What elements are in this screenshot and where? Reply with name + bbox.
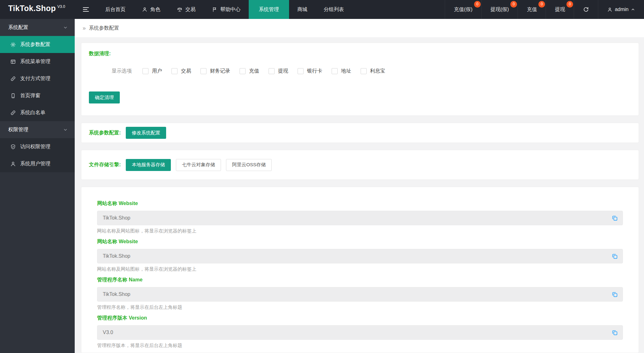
top-navbar: TikTok.Shop V3.0 后台首页 角色 交易 帮助中心 <box>0 0 644 19</box>
storage-qiniu-button[interactable]: 七牛云对象存储 <box>176 159 221 171</box>
breadcrumb-symbol: » <box>83 25 86 32</box>
website-name-field-2: 网站名称 Website 网站名称及网站图标，将显示在浏览器的标签上 <box>97 238 623 272</box>
website-name-input-1 <box>97 211 623 225</box>
admin-name-input <box>97 287 623 302</box>
nav-item-transactions[interactable]: 交易 <box>169 0 204 19</box>
storage-local-button[interactable]: 本地服务器存储 <box>126 159 171 171</box>
field-label: 网站名称 Website <box>97 238 623 245</box>
field-label: 网站名称 Website <box>97 200 623 207</box>
sidebar-section-system-config[interactable]: 系统配置 <box>0 19 75 36</box>
copy-icon[interactable] <box>611 253 618 260</box>
checkbox-trades[interactable] <box>171 68 177 74</box>
chevron-up-icon <box>631 7 635 12</box>
app-version: V3.0 <box>57 4 65 9</box>
checkbox-withdraw[interactable] <box>269 68 275 74</box>
app-title: TikTok.Shop <box>8 4 56 13</box>
settings-form-card: 网站名称 Website 网站名称及网站图标，将显示在浏览器的标签上 网站名称 … <box>81 187 639 353</box>
withdraw-fake-badge: 0 <box>510 1 517 8</box>
page-title: 系统参数配置 <box>89 25 119 32</box>
scales-icon <box>177 7 183 12</box>
user-icon <box>607 7 612 12</box>
recharge-fake-badge: 0 <box>474 1 481 8</box>
data-clean-title: 数据清理: <box>89 51 111 56</box>
person-icon <box>142 7 148 12</box>
breadcrumb: » 系统参数配置 <box>75 19 644 37</box>
copy-icon[interactable] <box>611 329 618 336</box>
mobile-icon <box>10 93 16 99</box>
modify-system-config-button[interactable]: 修改系统配置 <box>126 127 166 139</box>
nav-item-group-list[interactable]: 分组列表 <box>316 0 352 19</box>
sidebar-item-whitelist[interactable]: 系统白名单 <box>0 104 75 121</box>
nav-item-roles[interactable]: 角色 <box>134 0 169 19</box>
window-icon <box>10 59 16 65</box>
link-icon <box>10 110 16 116</box>
field-help: 管理程序名称，将显示在后台左上角标题 <box>97 304 623 310</box>
sidebar-item-system-menu[interactable]: 系统菜单管理 <box>0 53 75 70</box>
field-help: 管理程序版本，将显示在后台左上角标题 <box>97 343 623 349</box>
nav-item-help-center[interactable]: 帮助中心 <box>204 0 249 19</box>
sidebar-item-system-users[interactable]: 系统用户管理 <box>0 155 75 172</box>
navbar-right: 充值(假) 0 提现(假) 0 充值 0 提现 0 <box>445 0 644 19</box>
checkbox-interest[interactable] <box>361 68 367 74</box>
username: admin <box>615 7 629 12</box>
field-help: 网站名称及网站图标，将显示在浏览器的标签上 <box>97 228 623 234</box>
user-menu[interactable]: admin <box>598 0 644 19</box>
confirm-clean-button[interactable]: 确定清理 <box>89 91 120 103</box>
hamburger-icon <box>83 7 89 12</box>
admin-name-field: 管理程序名称 Name 管理程序名称，将显示在后台左上角标题 <box>97 277 623 310</box>
refresh-button[interactable] <box>574 0 598 19</box>
version-input <box>97 325 623 340</box>
link-icon <box>10 76 16 82</box>
copy-icon[interactable] <box>611 215 618 221</box>
sidebar: 系统配置 系统参数配置 系统菜单管理 <box>0 19 75 353</box>
flag-icon <box>212 7 218 12</box>
chevron-down-icon <box>63 25 68 30</box>
nav-item-dashboard[interactable]: 后台首页 <box>97 0 134 19</box>
field-help: 网站名称及网站图标，将显示在浏览器的标签上 <box>97 266 623 272</box>
app-logo: TikTok.Shop V3.0 <box>0 0 75 19</box>
recharge-badge: 0 <box>538 1 545 8</box>
website-name-input-2 <box>97 249 623 263</box>
shield-check-icon <box>10 144 16 150</box>
data-clean-card: 数据清理: 显示选项 用户 交易 财务记录 充值 提现 银行卡 地址 利息宝 确… <box>81 43 639 116</box>
nav-item-withdraw-fake[interactable]: 提现(假) 0 <box>481 0 518 19</box>
storage-engine-label: 文件存储引擎: <box>89 162 121 168</box>
sidebar-item-access-permissions[interactable]: 访问权限管理 <box>0 138 75 155</box>
nav-item-recharge-fake[interactable]: 充值(假) 0 <box>445 0 481 19</box>
field-label: 管理程序版本 Version <box>97 315 623 321</box>
admin-app: TikTok.Shop V3.0 后台首页 角色 交易 帮助中心 <box>0 0 644 353</box>
checkbox-recharge[interactable] <box>240 68 246 74</box>
checkbox-address[interactable] <box>332 68 338 74</box>
user-icon <box>10 161 16 167</box>
nav-item-recharge[interactable]: 充值 0 <box>518 0 546 19</box>
nav-item-system-management[interactable]: 系统管理 <box>249 0 289 19</box>
data-clean-options: 显示选项 用户 交易 财务记录 充值 提现 银行卡 地址 利息宝 <box>112 68 631 74</box>
nav-item-mall[interactable]: 商城 <box>289 0 316 19</box>
options-row-label: 显示选项 <box>112 68 132 74</box>
website-name-field-1: 网站名称 Website 网站名称及网站图标，将显示在浏览器的标签上 <box>97 200 623 234</box>
storage-aliyun-button[interactable]: 阿里云OSS存储 <box>226 159 272 171</box>
field-label: 管理程序名称 Name <box>97 277 623 283</box>
system-param-label: 系统参数配置: <box>89 130 121 136</box>
sidebar-section-permissions[interactable]: 权限管理 <box>0 121 75 138</box>
checkbox-financial-records[interactable] <box>200 68 206 74</box>
copy-icon[interactable] <box>611 291 618 298</box>
sidebar-item-home-popup[interactable]: 首页弹窗 <box>0 87 75 104</box>
nav-item-withdraw[interactable]: 提现 0 <box>546 0 574 19</box>
checkbox-users[interactable] <box>142 68 148 74</box>
checkbox-bank-card[interactable] <box>298 68 304 74</box>
gear-icon <box>10 42 16 48</box>
sidebar-item-system-params[interactable]: 系统参数配置 <box>0 36 75 53</box>
storage-engine-card: 文件存储引擎: 本地服务器存储 七牛云对象存储 阿里云OSS存储 <box>81 150 639 180</box>
sidebar-item-payment-methods[interactable]: 支付方式管理 <box>0 70 75 87</box>
version-field: 管理程序版本 Version 管理程序版本，将显示在后台左上角标题 <box>97 315 623 349</box>
withdraw-badge: 0 <box>566 1 573 8</box>
sidebar-toggle-button[interactable] <box>75 0 97 19</box>
system-param-card: 系统参数配置: 修改系统配置 <box>81 123 639 143</box>
refresh-icon <box>583 6 589 13</box>
chevron-down-icon <box>63 127 68 132</box>
